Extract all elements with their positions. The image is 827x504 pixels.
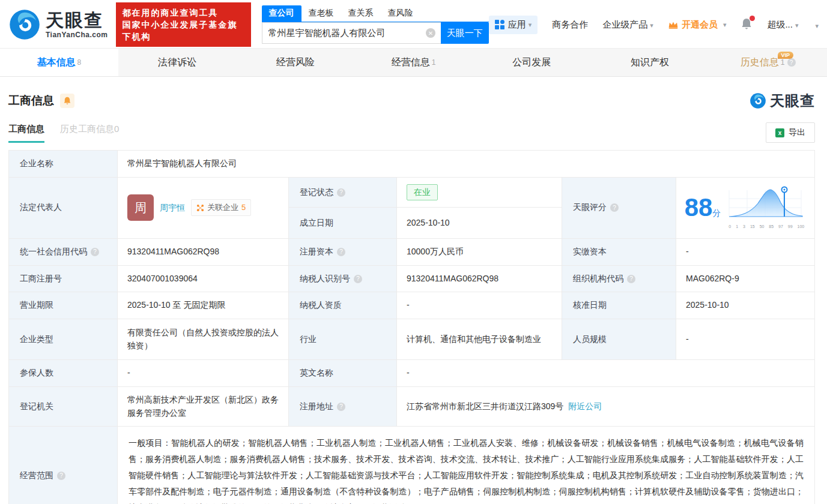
field-label: 行业 xyxy=(289,319,397,359)
subtab-bar: 工商信息 历史工商信息0 xyxy=(8,124,119,143)
credit-code-value: 91320411MAG062RQ98 xyxy=(118,239,289,265)
help-icon[interactable] xyxy=(354,275,362,283)
slogan-banner: 都在用的商业查询工具 国家中小企业发展子基金旗下机构 xyxy=(116,2,250,47)
tab-business-info[interactable]: 经营信息1 xyxy=(354,49,473,76)
apps-menu[interactable]: 应用 xyxy=(489,16,538,34)
subscribe-bell-button[interactable] xyxy=(60,94,74,108)
field-label: 参保人数 xyxy=(9,360,118,386)
field-label: 企业名称 xyxy=(9,151,118,177)
table-row: 登记机关 常州高新技术产业开发区（新北区）政务服务管理办公室 注册地址 江苏省常… xyxy=(9,387,814,427)
clear-search-icon[interactable] xyxy=(426,28,435,38)
org-code-value: MAG062RQ-9 xyxy=(676,266,814,292)
tianyan-score-cell: 88分 xyxy=(676,178,814,238)
tab-count: 1 xyxy=(781,58,785,67)
field-label: 核准日期 xyxy=(562,292,676,319)
export-button[interactable]: 导出 xyxy=(766,122,815,143)
field-label: 人员规模 xyxy=(562,319,676,359)
tab-legal-proceedings[interactable]: 法律诉讼 xyxy=(118,49,237,76)
tab-company-development[interactable]: 公司发展 xyxy=(473,49,591,76)
reg-number-value: 320407001039064 xyxy=(118,266,289,292)
business-term-value: 2025-10-10 至 无固定期限 xyxy=(118,292,289,319)
slogan-line1: 都在用的商业查询工具 xyxy=(122,7,244,19)
tab-basic-info[interactable]: 基本信息8 xyxy=(0,49,118,76)
table-row: 经营范围 一般项目：智能机器人的研发；智能机器人销售；工业机器人制造；工业机器人… xyxy=(9,427,814,504)
company-tab-bar: 基本信息8 法律诉讼 经营风险 经营信息1 公司发展 知识产权 VIP 历史信息… xyxy=(0,48,827,77)
company-name-value: 常州星宇智能机器人有限公司 xyxy=(118,151,814,177)
reg-capital-value: 10000万人民币 xyxy=(397,239,562,265)
nav-business-cooperation[interactable]: 商务合作 xyxy=(552,19,588,31)
notifications-bell[interactable] xyxy=(741,17,753,32)
reg-authority-value: 常州高新技术产业开发区（新北区）政务服务管理办公室 xyxy=(118,387,289,426)
help-icon[interactable] xyxy=(337,188,345,197)
top-header: 天眼查 TianYanCha.com 都在用的商业查询工具 国家中小企业发展子基… xyxy=(0,0,827,48)
nav-enterprise-products[interactable]: 企业级产品 xyxy=(602,19,653,31)
field-label: 注册地址 xyxy=(289,387,397,426)
search-tab-relation[interactable]: 查关系 xyxy=(341,5,381,22)
field-label: 登记机关 xyxy=(9,387,118,426)
field-label: 登记状态 xyxy=(289,178,397,208)
table-row: 参保人数 - 英文名称 - xyxy=(9,360,814,387)
watermark-text: 天眼查 xyxy=(770,91,815,110)
field-label: 天眼评分 xyxy=(562,178,676,238)
table-row: 企业名称 常州星宇智能机器人有限公司 xyxy=(9,151,814,178)
slogan-line2: 国家中小企业发展子基金旗下机构 xyxy=(122,19,244,43)
business-info-table: 企业名称 常州星宇智能机器人有限公司 法定代表人 周 周宇恒 关联企业 5 xyxy=(8,150,815,504)
nav-open-vip[interactable]: 开通会员 xyxy=(668,19,727,31)
taxpayer-id-value: 91320411MAG062RQ98 xyxy=(397,266,562,292)
help-icon[interactable] xyxy=(337,248,345,256)
crown-icon xyxy=(668,20,679,29)
tab-intellectual-property[interactable]: 知识产权 xyxy=(591,49,709,76)
search-tab-company[interactable]: 查公司 xyxy=(262,5,301,22)
field-label: 英文名称 xyxy=(289,360,397,386)
search-button[interactable]: 天眼一下 xyxy=(441,22,489,44)
table-row: 统一社会信用代码 91320411MAG062RQ98 注册资本 10000万人… xyxy=(9,239,814,266)
search-tab-boss[interactable]: 查老板 xyxy=(301,5,341,22)
english-name-value: - xyxy=(397,360,814,386)
legal-rep-link[interactable]: 周宇恒 xyxy=(160,202,185,215)
subtab-history-registration[interactable]: 历史工商信息0 xyxy=(60,124,119,143)
logo-title: 天眼查 xyxy=(46,11,108,29)
business-scope-value: 一般项目：智能机器人的研发；智能机器人销售；工业机器人制造；工业机器人销售；工业… xyxy=(118,427,814,504)
table-row: 工商注册号 320407001039064 纳税人识别号 91320411MAG… xyxy=(9,266,814,293)
user-menu[interactable]: 超级... xyxy=(767,19,798,31)
tab-count: 8 xyxy=(77,58,82,67)
help-icon[interactable] xyxy=(57,472,65,480)
top-nav: 应用 商务合作 企业级产品 开通会员 超级... xyxy=(489,16,819,34)
approval-date-value: 2025-10-10 xyxy=(676,292,814,319)
taxpayer-quality-value: - xyxy=(397,292,562,319)
help-icon[interactable] xyxy=(627,275,635,283)
related-companies-badge[interactable]: 关联企业 5 xyxy=(191,199,251,216)
field-label: 实缴资本 xyxy=(562,239,676,265)
reg-address-value: 江苏省常州市新北区三井街道汉江路309号 xyxy=(407,400,563,413)
search-input[interactable] xyxy=(262,28,441,38)
field-label: 营业期限 xyxy=(9,292,118,319)
help-icon[interactable] xyxy=(337,403,345,411)
legal-rep-avatar[interactable]: 周 xyxy=(127,194,154,221)
apps-label: 应用 xyxy=(508,19,526,31)
nearby-companies-link[interactable]: 附近公司 xyxy=(568,400,602,413)
field-label: 法定代表人 xyxy=(9,178,118,238)
related-count: 5 xyxy=(241,202,246,214)
more-caret-icon[interactable] xyxy=(813,20,819,30)
help-icon[interactable] xyxy=(787,58,796,67)
table-row: 法定代表人 周 周宇恒 关联企业 5 登记状态 xyxy=(9,178,814,239)
field-label: 纳税人识别号 xyxy=(289,266,397,292)
field-label: 注册资本 xyxy=(289,239,397,265)
tab-history-info[interactable]: VIP 历史信息 1 xyxy=(709,49,827,76)
subtab-business-registration[interactable]: 工商信息 xyxy=(8,124,44,143)
field-label: 统一社会信用代码 xyxy=(9,239,118,265)
help-icon[interactable] xyxy=(91,248,99,256)
search-tab-risk[interactable]: 查风险 xyxy=(381,5,420,22)
tab-operational-risk[interactable]: 经营风险 xyxy=(236,49,354,76)
score-axis-labels: 01 315 5085 9799 100 xyxy=(729,224,804,230)
tianyancha-logo[interactable]: 天眼查 TianYanCha.com xyxy=(8,8,108,41)
est-date-value: 2025-10-10 xyxy=(397,208,562,238)
insured-count-value: - xyxy=(118,360,289,386)
watermark-logo: 天眼查 xyxy=(750,91,815,110)
logo-subtitle: TianYanCha.com xyxy=(46,31,108,38)
help-icon[interactable] xyxy=(610,203,619,212)
section-title: 工商信息 xyxy=(8,93,54,109)
network-icon xyxy=(196,204,204,212)
paid-capital-value: - xyxy=(676,239,814,265)
vip-badge: VIP xyxy=(778,52,794,59)
